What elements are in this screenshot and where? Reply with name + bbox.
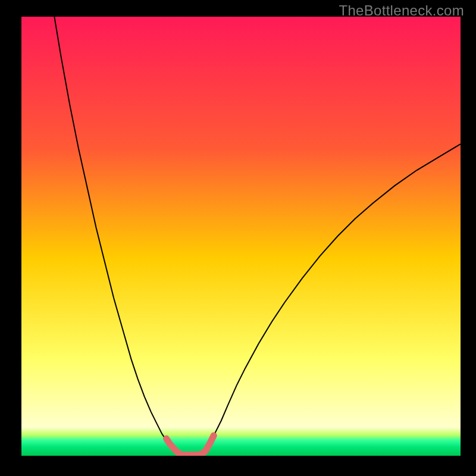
watermark-text: TheBottleneck.com [339, 2, 464, 19]
chart-plot-area [21, 17, 461, 456]
chart-svg [21, 17, 461, 456]
chart-background [21, 17, 461, 456]
